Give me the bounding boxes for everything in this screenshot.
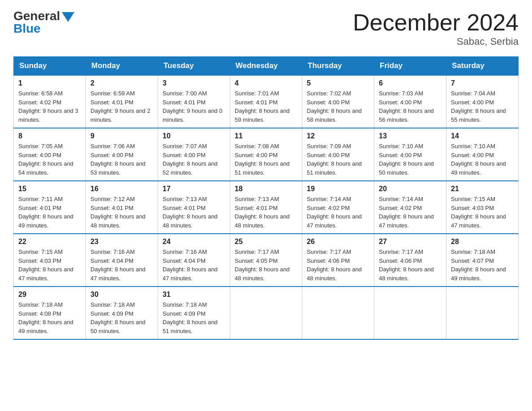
day-info: Sunrise: 7:05 AMSunset: 4:00 PMDaylight:…: [18, 142, 81, 177]
calendar-cell: 10Sunrise: 7:07 AMSunset: 4:00 PMDayligh…: [158, 128, 230, 181]
calendar-week-1: 1Sunrise: 6:58 AMSunset: 4:02 PMDaylight…: [14, 75, 519, 128]
day-info: Sunrise: 7:07 AMSunset: 4:00 PMDaylight:…: [163, 142, 225, 177]
day-number: 17: [163, 185, 225, 193]
calendar-cell: 23Sunrise: 7:16 AMSunset: 4:04 PMDayligh…: [86, 234, 158, 287]
calendar-week-3: 15Sunrise: 7:11 AMSunset: 4:01 PMDayligh…: [14, 181, 519, 234]
calendar-cell: 26Sunrise: 7:17 AMSunset: 4:06 PMDayligh…: [302, 234, 374, 287]
day-info: Sunrise: 7:09 AMSunset: 4:00 PMDaylight:…: [307, 142, 369, 177]
calendar-cell: 22Sunrise: 7:15 AMSunset: 4:03 PMDayligh…: [14, 234, 86, 287]
day-info: Sunrise: 7:15 AMSunset: 4:03 PMDaylight:…: [18, 248, 81, 283]
calendar-cell: 14Sunrise: 7:10 AMSunset: 4:00 PMDayligh…: [446, 128, 519, 181]
day-number: 7: [451, 79, 514, 87]
day-number: 12: [307, 132, 369, 140]
calendar-cell: 19Sunrise: 7:14 AMSunset: 4:02 PMDayligh…: [302, 181, 374, 234]
logo-blue-text: Blue: [13, 21, 41, 36]
calendar-cell: 24Sunrise: 7:16 AMSunset: 4:04 PMDayligh…: [158, 234, 230, 287]
day-header-row: SundayMondayTuesdayWednesdayThursdayFrid…: [14, 57, 519, 76]
location: Sabac, Serbia: [353, 36, 519, 47]
day-info: Sunrise: 7:17 AMSunset: 4:06 PMDaylight:…: [307, 248, 369, 283]
calendar-cell: 20Sunrise: 7:14 AMSunset: 4:02 PMDayligh…: [374, 181, 446, 234]
day-info: Sunrise: 6:58 AMSunset: 4:02 PMDaylight:…: [18, 89, 81, 124]
calendar-cell: 17Sunrise: 7:13 AMSunset: 4:01 PMDayligh…: [158, 181, 230, 234]
col-header-friday: Friday: [374, 57, 446, 76]
calendar-cell: 6Sunrise: 7:03 AMSunset: 4:00 PMDaylight…: [374, 75, 446, 128]
calendar-cell: 27Sunrise: 7:17 AMSunset: 4:06 PMDayligh…: [374, 234, 446, 287]
day-info: Sunrise: 7:14 AMSunset: 4:02 PMDaylight:…: [379, 195, 442, 230]
calendar-cell: [374, 287, 446, 339]
day-number: 27: [379, 238, 442, 246]
calendar-week-2: 8Sunrise: 7:05 AMSunset: 4:00 PMDaylight…: [14, 128, 519, 181]
col-header-saturday: Saturday: [446, 57, 519, 76]
calendar-cell: 9Sunrise: 7:06 AMSunset: 4:00 PMDaylight…: [86, 128, 158, 181]
day-info: Sunrise: 7:16 AMSunset: 4:04 PMDaylight:…: [90, 248, 153, 283]
calendar-cell: 15Sunrise: 7:11 AMSunset: 4:01 PMDayligh…: [14, 181, 86, 234]
day-number: 20: [379, 185, 442, 193]
calendar-week-5: 29Sunrise: 7:18 AMSunset: 4:08 PMDayligh…: [14, 287, 519, 339]
logo: General Blue: [13, 9, 74, 36]
day-number: 6: [379, 79, 442, 87]
day-info: Sunrise: 7:10 AMSunset: 4:00 PMDaylight:…: [379, 142, 442, 177]
calendar-cell: 25Sunrise: 7:17 AMSunset: 4:05 PMDayligh…: [230, 234, 302, 287]
day-info: Sunrise: 7:02 AMSunset: 4:00 PMDaylight:…: [307, 89, 369, 124]
day-info: Sunrise: 7:01 AMSunset: 4:01 PMDaylight:…: [235, 89, 297, 124]
calendar-table: SundayMondayTuesdayWednesdayThursdayFrid…: [13, 56, 519, 340]
day-number: 18: [235, 185, 297, 193]
day-info: Sunrise: 7:13 AMSunset: 4:01 PMDaylight:…: [235, 195, 297, 230]
day-number: 9: [90, 132, 153, 140]
day-number: 10: [163, 132, 225, 140]
day-info: Sunrise: 7:10 AMSunset: 4:00 PMDaylight:…: [451, 142, 514, 177]
day-number: 28: [451, 238, 514, 246]
calendar-cell: 7Sunrise: 7:04 AMSunset: 4:00 PMDaylight…: [446, 75, 519, 128]
day-info: Sunrise: 7:04 AMSunset: 4:00 PMDaylight:…: [451, 89, 514, 124]
calendar-cell: 30Sunrise: 7:18 AMSunset: 4:09 PMDayligh…: [86, 287, 158, 339]
page-header: General Blue December 2024 Sabac, Serbia: [13, 9, 519, 47]
logo-triangle-icon: [62, 12, 74, 22]
day-number: 2: [90, 79, 153, 87]
calendar-cell: 5Sunrise: 7:02 AMSunset: 4:00 PMDaylight…: [302, 75, 374, 128]
day-info: Sunrise: 7:18 AMSunset: 4:07 PMDaylight:…: [451, 248, 514, 283]
day-info: Sunrise: 7:16 AMSunset: 4:04 PMDaylight:…: [163, 248, 225, 283]
day-info: Sunrise: 7:17 AMSunset: 4:06 PMDaylight:…: [379, 248, 442, 283]
calendar-week-4: 22Sunrise: 7:15 AMSunset: 4:03 PMDayligh…: [14, 234, 519, 287]
day-number: 11: [235, 132, 297, 140]
day-info: Sunrise: 7:18 AMSunset: 4:09 PMDaylight:…: [90, 300, 153, 335]
calendar-cell: 12Sunrise: 7:09 AMSunset: 4:00 PMDayligh…: [302, 128, 374, 181]
day-number: 16: [90, 185, 153, 193]
calendar-cell: [446, 287, 519, 339]
day-info: Sunrise: 7:03 AMSunset: 4:00 PMDaylight:…: [379, 89, 442, 124]
day-info: Sunrise: 7:15 AMSunset: 4:03 PMDaylight:…: [451, 195, 514, 230]
day-info: Sunrise: 7:06 AMSunset: 4:00 PMDaylight:…: [90, 142, 153, 177]
day-number: 19: [307, 185, 369, 193]
col-header-monday: Monday: [86, 57, 158, 76]
day-number: 21: [451, 185, 514, 193]
calendar-cell: 2Sunrise: 6:59 AMSunset: 4:01 PMDaylight…: [86, 75, 158, 128]
calendar-cell: 16Sunrise: 7:12 AMSunset: 4:01 PMDayligh…: [86, 181, 158, 234]
calendar-cell: 3Sunrise: 7:00 AMSunset: 4:01 PMDaylight…: [158, 75, 230, 128]
calendar-cell: 18Sunrise: 7:13 AMSunset: 4:01 PMDayligh…: [230, 181, 302, 234]
day-info: Sunrise: 7:17 AMSunset: 4:05 PMDaylight:…: [235, 248, 297, 283]
calendar-cell: 1Sunrise: 6:58 AMSunset: 4:02 PMDaylight…: [14, 75, 86, 128]
day-number: 24: [163, 238, 225, 246]
day-info: Sunrise: 7:18 AMSunset: 4:08 PMDaylight:…: [18, 300, 81, 335]
day-info: Sunrise: 7:11 AMSunset: 4:01 PMDaylight:…: [18, 195, 81, 230]
calendar-cell: 28Sunrise: 7:18 AMSunset: 4:07 PMDayligh…: [446, 234, 519, 287]
day-number: 31: [163, 291, 225, 299]
calendar-cell: 21Sunrise: 7:15 AMSunset: 4:03 PMDayligh…: [446, 181, 519, 234]
day-info: Sunrise: 7:12 AMSunset: 4:01 PMDaylight:…: [90, 195, 153, 230]
day-info: Sunrise: 7:00 AMSunset: 4:01 PMDaylight:…: [163, 89, 225, 124]
day-number: 3: [163, 79, 225, 87]
day-info: Sunrise: 7:14 AMSunset: 4:02 PMDaylight:…: [307, 195, 369, 230]
day-number: 25: [235, 238, 297, 246]
day-number: 22: [18, 238, 81, 246]
calendar-body: 1Sunrise: 6:58 AMSunset: 4:02 PMDaylight…: [14, 75, 519, 339]
day-number: 30: [90, 291, 153, 299]
day-number: 4: [235, 79, 297, 87]
month-title: December 2024: [353, 9, 519, 36]
calendar-cell: 29Sunrise: 7:18 AMSunset: 4:08 PMDayligh…: [14, 287, 86, 339]
col-header-tuesday: Tuesday: [158, 57, 230, 76]
day-info: Sunrise: 7:18 AMSunset: 4:09 PMDaylight:…: [163, 300, 225, 335]
day-number: 13: [379, 132, 442, 140]
day-info: Sunrise: 7:08 AMSunset: 4:00 PMDaylight:…: [235, 142, 297, 177]
col-header-sunday: Sunday: [14, 57, 86, 76]
day-number: 26: [307, 238, 369, 246]
